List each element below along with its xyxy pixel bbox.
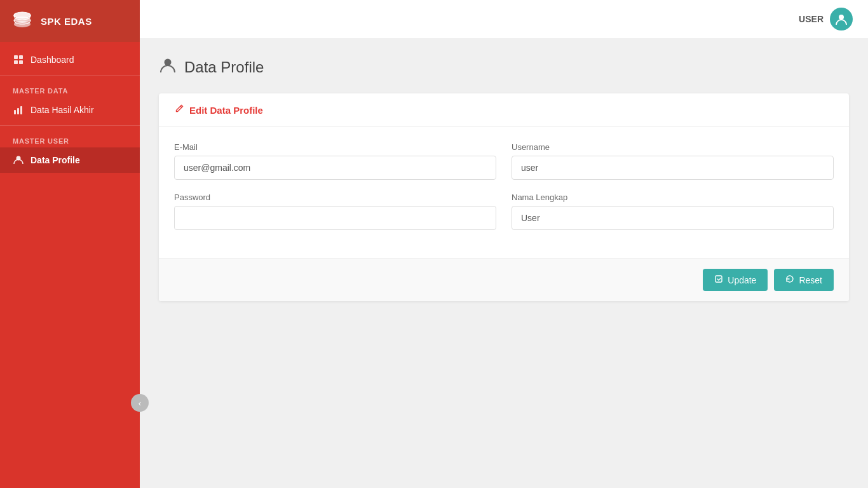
data-profile-icon	[13, 154, 24, 166]
svg-point-3	[14, 21, 31, 27]
update-label: Update	[728, 275, 756, 285]
card-footer: Update Reset	[159, 258, 849, 301]
reset-icon	[785, 274, 794, 285]
main-content: USER Data Profile Edit Data Profile	[140, 0, 868, 488]
nav-section-master-user: MASTER USER	[0, 128, 140, 147]
username-input[interactable]	[512, 156, 834, 180]
svg-point-13	[165, 59, 172, 66]
svg-point-12	[839, 15, 844, 20]
sidebar-nav: Dashboard MASTER DATA Data Hasil Akhir M…	[0, 42, 140, 488]
svg-rect-8	[14, 110, 16, 114]
sidebar: SPK EDAS Dashboard MASTER DATA Data Hasi…	[0, 0, 140, 488]
nama-lengkap-input[interactable]	[512, 206, 834, 230]
form-group-nama-lengkap: Nama Lengkap	[512, 193, 834, 230]
app-logo-icon	[10, 9, 34, 33]
email-input[interactable]	[174, 156, 496, 180]
sidebar-item-data-profile[interactable]: Data Profile	[0, 147, 140, 173]
svg-rect-4	[14, 55, 18, 59]
svg-rect-7	[19, 60, 23, 64]
nama-lengkap-label: Nama Lengkap	[512, 193, 834, 202]
form-group-email: E-Mail	[174, 142, 496, 180]
update-icon	[714, 274, 723, 285]
page-title-row: Data Profile	[159, 56, 849, 78]
form-row-2: Password Nama Lengkap	[174, 193, 834, 230]
nav-divider-2	[0, 125, 140, 126]
password-input[interactable]	[174, 206, 496, 230]
form-group-username: Username	[512, 142, 834, 180]
sidebar-item-dashboard[interactable]: Dashboard	[0, 47, 140, 72]
sidebar-collapse-button[interactable]: ‹	[131, 394, 149, 412]
svg-rect-5	[19, 55, 23, 59]
sidebar-item-data-hasil-akhir-label: Data Hasil Akhir	[31, 105, 94, 115]
edit-icon	[174, 104, 184, 116]
card-body: E-Mail Username Password Nama Le	[159, 127, 849, 258]
card-header: Edit Data Profile	[159, 93, 849, 127]
sidebar-item-dashboard-label: Dashboard	[31, 55, 74, 65]
app-name: SPK EDAS	[41, 16, 92, 27]
sidebar-item-data-hasil-akhir[interactable]: Data Hasil Akhir	[0, 97, 140, 123]
form-group-password: Password	[174, 193, 496, 230]
data-hasil-akhir-icon	[13, 104, 24, 116]
reset-button[interactable]: Reset	[774, 269, 834, 291]
profile-card: Edit Data Profile E-Mail Username	[159, 93, 849, 301]
topbar: USER	[140, 0, 868, 38]
page-title: Data Profile	[184, 58, 264, 76]
sidebar-item-data-profile-label: Data Profile	[31, 155, 80, 165]
page-title-icon	[159, 56, 177, 78]
nav-divider-1	[0, 75, 140, 76]
dashboard-icon	[13, 54, 24, 65]
password-label: Password	[174, 193, 496, 202]
sidebar-header: SPK EDAS	[0, 0, 140, 42]
content-area: Data Profile Edit Data Profile E-Mail	[140, 38, 868, 488]
svg-rect-10	[20, 106, 22, 114]
username-label: Username	[512, 142, 834, 152]
card-header-title: Edit Data Profile	[189, 105, 263, 116]
nav-section-master-data: MASTER DATA	[0, 78, 140, 97]
update-button[interactable]: Update	[703, 269, 768, 291]
svg-rect-14	[715, 276, 722, 282]
svg-rect-6	[14, 60, 18, 64]
topbar-username: USER	[799, 14, 824, 24]
reset-label: Reset	[799, 275, 822, 285]
email-label: E-Mail	[174, 142, 496, 152]
form-row-1: E-Mail Username	[174, 142, 834, 180]
topbar-avatar[interactable]	[830, 8, 853, 30]
svg-rect-9	[17, 108, 19, 114]
